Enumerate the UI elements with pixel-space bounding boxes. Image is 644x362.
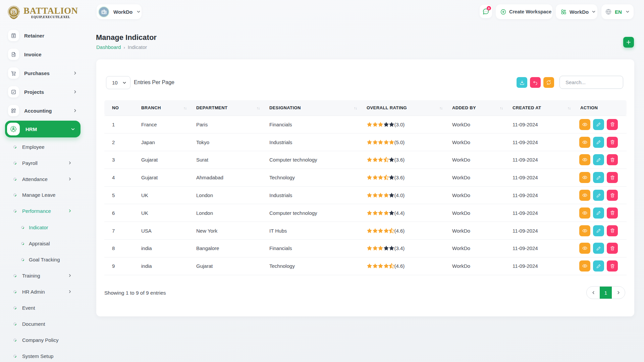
svg-text:B: B (12, 9, 16, 15)
